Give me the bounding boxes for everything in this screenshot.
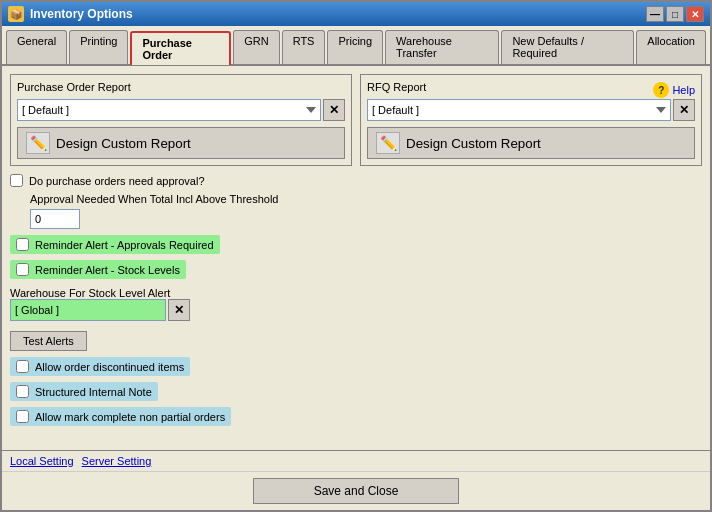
structured-note-checkbox[interactable] <box>16 385 29 398</box>
title-bar: 📦 Inventory Options — □ ✕ <box>2 2 710 26</box>
approval-label: Do purchase orders need approval? <box>29 175 205 187</box>
po-report-title: Purchase Order Report <box>17 81 345 93</box>
rfq-report-title: RFQ Report <box>367 81 426 93</box>
warehouse-dropdown-row: [ Global ] ✕ <box>10 299 190 321</box>
footer: Save and Close <box>2 471 710 510</box>
tab-pricing[interactable]: Pricing <box>327 30 383 64</box>
warehouse-dropdown[interactable]: [ Global ] <box>10 299 166 321</box>
po-report-dropdown[interactable]: [ Default ] <box>17 99 321 121</box>
tab-rts[interactable]: RTS <box>282 30 326 64</box>
server-setting-link[interactable]: Server Setting <box>82 455 152 467</box>
maximize-button[interactable]: □ <box>666 6 684 22</box>
help-link[interactable]: ? Help <box>653 82 695 98</box>
rfq-dropdown-row: [ Default ] ✕ <box>367 99 695 121</box>
options-section: Do purchase orders need approval? Approv… <box>10 174 702 442</box>
reminder-stock-label: Reminder Alert - Stock Levels <box>35 264 180 276</box>
po-design-button[interactable]: ✏️ Design Custom Report <box>17 127 345 159</box>
rfq-report-box: RFQ Report ? Help [ Default ] ✕ ✏️ Desig… <box>360 74 702 166</box>
approval-checkbox[interactable] <box>10 174 23 187</box>
minimize-button[interactable]: — <box>646 6 664 22</box>
bottom-bar: Local Setting Server Setting <box>2 450 710 471</box>
warehouse-label: Warehouse For Stock Level Alert <box>10 287 702 299</box>
po-design-icon: ✏️ <box>26 132 50 154</box>
threshold-label: Approval Needed When Total Incl Above Th… <box>30 193 702 205</box>
tab-new-defaults[interactable]: New Defaults / Required <box>501 30 634 64</box>
window-icon: 📦 <box>8 6 24 22</box>
bottom-links: Local Setting Server Setting <box>10 455 151 467</box>
local-setting-link[interactable]: Local Setting <box>10 455 74 467</box>
reports-row: Purchase Order Report [ Default ] ✕ ✏️ D… <box>10 74 702 166</box>
rfq-design-button[interactable]: ✏️ Design Custom Report <box>367 127 695 159</box>
tab-general[interactable]: General <box>6 30 67 64</box>
structured-note-label: Structured Internal Note <box>35 386 152 398</box>
reminder-stock-row: Reminder Alert - Stock Levels <box>10 260 186 279</box>
allow-discontinued-label: Allow order discontinued items <box>35 361 184 373</box>
rfq-design-icon: ✏️ <box>376 132 400 154</box>
window-title: Inventory Options <box>30 7 133 21</box>
reminder-stock-checkbox[interactable] <box>16 263 29 276</box>
tab-warehouse-transfer[interactable]: Warehouse Transfer <box>385 30 499 64</box>
reminder-approvals-checkbox[interactable] <box>16 238 29 251</box>
rfq-clear-button[interactable]: ✕ <box>673 99 695 121</box>
allow-discontinued-row: Allow order discontinued items <box>10 357 190 376</box>
threshold-section: Approval Needed When Total Incl Above Th… <box>30 193 702 229</box>
tab-content: Purchase Order Report [ Default ] ✕ ✏️ D… <box>2 66 710 450</box>
allow-mark-complete-row: Allow mark complete non partial orders <box>10 407 231 426</box>
approval-checkbox-row: Do purchase orders need approval? <box>10 174 702 187</box>
po-clear-button[interactable]: ✕ <box>323 99 345 121</box>
warehouse-section: Warehouse For Stock Level Alert [ Global… <box>10 285 702 321</box>
tab-bar: General Printing Purchase Order GRN RTS … <box>2 26 710 66</box>
test-alerts-button[interactable]: Test Alerts <box>10 331 87 351</box>
rfq-report-dropdown[interactable]: [ Default ] <box>367 99 671 121</box>
threshold-input[interactable] <box>30 209 80 229</box>
warehouse-clear-button[interactable]: ✕ <box>168 299 190 321</box>
reminder-approvals-label: Reminder Alert - Approvals Required <box>35 239 214 251</box>
close-button[interactable]: ✕ <box>686 6 704 22</box>
title-bar-left: 📦 Inventory Options <box>8 6 133 22</box>
rfq-header: RFQ Report ? Help <box>367 81 695 99</box>
structured-note-row: Structured Internal Note <box>10 382 158 401</box>
window-controls: — □ ✕ <box>646 6 704 22</box>
save-close-button[interactable]: Save and Close <box>253 478 460 504</box>
tab-grn[interactable]: GRN <box>233 30 279 64</box>
reminder-approvals-row: Reminder Alert - Approvals Required <box>10 235 220 254</box>
help-icon: ? <box>653 82 669 98</box>
tab-purchase-order[interactable]: Purchase Order <box>130 31 231 65</box>
po-dropdown-row: [ Default ] ✕ <box>17 99 345 121</box>
allow-mark-complete-label: Allow mark complete non partial orders <box>35 411 225 423</box>
tab-printing[interactable]: Printing <box>69 30 128 64</box>
allow-discontinued-checkbox[interactable] <box>16 360 29 373</box>
purchase-order-report-box: Purchase Order Report [ Default ] ✕ ✏️ D… <box>10 74 352 166</box>
main-window: 📦 Inventory Options — □ ✕ General Printi… <box>0 0 712 512</box>
tab-allocation[interactable]: Allocation <box>636 30 706 64</box>
allow-mark-complete-checkbox[interactable] <box>16 410 29 423</box>
